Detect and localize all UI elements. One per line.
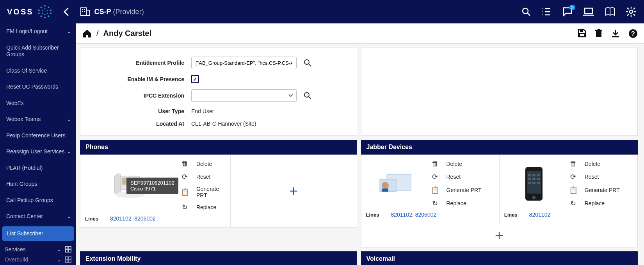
svg-point-14	[42, 12, 43, 14]
home-button[interactable]	[82, 29, 92, 38]
trash-icon: 🗑	[431, 160, 439, 168]
sidebar-item-reassign[interactable]: Reassign User Services⌄	[0, 144, 76, 160]
svg-point-15	[42, 10, 43, 11]
svg-rect-49	[580, 30, 583, 32]
sidebar-item-quick-add[interactable]: Quick Add Subscriber Groups	[0, 40, 76, 63]
sidebar-item-webex[interactable]: WebEx	[0, 95, 76, 112]
help-button[interactable]: ?	[628, 29, 638, 38]
building-icon	[80, 7, 91, 16]
sidebar: EM Login/Logout⌄ Quick Add Subscriber Gr…	[0, 23, 76, 265]
jabber-device-1: 🗑Delete ⟳Reset 📋Generate PRT ↻Replace Li…	[361, 155, 500, 223]
svg-point-6	[40, 16, 42, 17]
ipcc-search[interactable]	[304, 92, 311, 100]
jabber1-reset[interactable]: ⟳Reset	[431, 173, 482, 181]
jabber2-delete[interactable]: 🗑Delete	[569, 160, 620, 168]
chevron-down-icon: ⌄	[67, 28, 71, 35]
laptop-button[interactable]	[583, 7, 594, 16]
clipboard-icon: 📋	[431, 186, 439, 194]
save-button[interactable]	[578, 29, 586, 38]
sidebar-item-pexip[interactable]: Pexip Conference Users	[0, 128, 76, 144]
sidebar-overbuild[interactable]: Overbuild	[5, 256, 28, 263]
svg-rect-53	[598, 29, 600, 30]
chevron-left-icon	[63, 7, 69, 16]
download-button[interactable]	[611, 29, 620, 38]
laptop-icon	[583, 7, 594, 16]
jabber1-delete[interactable]: 🗑Delete	[431, 160, 482, 168]
search-button[interactable]	[521, 7, 531, 16]
located-value: CL1-AB-C-Hannover (Site)	[191, 121, 256, 127]
jabber2-reset[interactable]: ⟳Reset	[569, 173, 620, 181]
svg-rect-48	[69, 260, 71, 262]
entitlement-input[interactable]	[191, 57, 297, 69]
sidebar-item-reset-uc[interactable]: Reset UC Passwords	[0, 79, 76, 95]
svg-rect-74	[537, 174, 540, 176]
phone-replace[interactable]: ↻Replace	[181, 203, 227, 212]
sidebar-item-call-pickup[interactable]: Call Pickup Groups	[0, 192, 76, 209]
back-button[interactable]	[63, 7, 69, 16]
org-selector[interactable]: CS-P (Provider)	[80, 7, 144, 16]
delete-button[interactable]	[595, 29, 603, 38]
org-name: CS-P	[94, 8, 111, 16]
clipboard-icon: 📋	[569, 186, 578, 194]
ipcc-select[interactable]	[191, 89, 297, 102]
book-icon	[605, 7, 615, 16]
settings-button[interactable]	[626, 7, 636, 17]
save-icon	[578, 29, 586, 37]
svg-line-58	[309, 64, 311, 66]
help-icon: ?	[628, 29, 638, 38]
svg-rect-52	[595, 30, 602, 31]
svg-rect-42	[69, 247, 71, 249]
phone-prt[interactable]: 📋Generate PRT	[181, 186, 227, 198]
phone-reset[interactable]: ⟳Reset	[181, 173, 227, 181]
sidebar-item-list-subscriber[interactable]: List Subscriber	[2, 226, 74, 241]
em-header: Extension Mobility	[80, 251, 357, 265]
sidebar-item-webex-teams[interactable]: Webex Teams⌄	[0, 111, 76, 128]
refresh-icon: ⟳	[431, 173, 439, 181]
svg-point-4	[48, 16, 49, 17]
usertype-label: User Type	[87, 108, 184, 114]
ipcc-label: IPCC Extension	[87, 92, 184, 99]
sidebar-item-plar[interactable]: PLAR (Hotdial)	[0, 160, 76, 176]
chevron-down-icon: ⌄	[57, 246, 61, 253]
breadcrumb-bar: / Andy Carstel ?	[76, 23, 644, 44]
expand-icon[interactable]	[65, 256, 71, 263]
phone-lines-value[interactable]: 8201102, 8206002	[110, 215, 156, 222]
svg-rect-19	[84, 9, 85, 10]
sidebar-item-hunt[interactable]: Hunt Groups	[0, 176, 76, 192]
svg-point-12	[46, 12, 48, 14]
svg-line-40	[627, 14, 629, 16]
jabber2-prt[interactable]: 📋Generate PRT	[569, 186, 620, 194]
jabber2-lines-label: Lines	[504, 212, 518, 218]
jabber1-lines-value[interactable]: 8201102, 8206002	[391, 212, 436, 218]
svg-point-3	[50, 12, 52, 14]
expand-icon[interactable]	[65, 246, 71, 253]
jabber1-prt[interactable]: 📋Generate PRT	[431, 186, 482, 194]
sidebar-bottom: Services ⌄ Overbuild ⌄	[0, 242, 76, 265]
svg-rect-51	[596, 31, 601, 37]
svg-point-2	[50, 9, 52, 11]
add-phone-tile[interactable]: ＋	[231, 155, 356, 227]
svg-rect-45	[66, 257, 68, 259]
entitlement-search[interactable]	[304, 59, 311, 67]
jabber2-replace[interactable]: ↻Replace	[569, 199, 620, 208]
sidebar-services[interactable]: Services	[5, 246, 26, 253]
list-button[interactable]	[542, 7, 551, 16]
svg-point-11	[46, 10, 48, 11]
phone-delete[interactable]: 🗑Delete	[181, 160, 227, 168]
messages-button[interactable]: 2	[562, 7, 572, 16]
jabber-card: 🗑Delete ⟳Reset 📋Generate PRT ↻Replace Li…	[361, 155, 638, 247]
docs-button[interactable]	[605, 7, 615, 16]
svg-rect-17	[86, 10, 90, 16]
svg-rect-76	[532, 178, 535, 180]
jabber1-replace[interactable]: ↻Replace	[431, 199, 482, 208]
im-checkbox[interactable]	[191, 75, 199, 83]
add-jabber[interactable]: ＋	[361, 223, 638, 247]
svg-line-60	[309, 97, 311, 99]
jabber2-lines-value[interactable]: 8201102	[529, 212, 551, 218]
svg-point-32	[630, 10, 633, 13]
svg-point-7	[38, 12, 39, 14]
sidebar-item-cos[interactable]: Class Of Service	[0, 63, 76, 79]
sidebar-item-em-login[interactable]: EM Login/Logout⌄	[0, 23, 76, 40]
sidebar-item-contact-center[interactable]: Contact Center⌄	[0, 208, 76, 225]
redo-icon: ↻	[569, 199, 578, 208]
